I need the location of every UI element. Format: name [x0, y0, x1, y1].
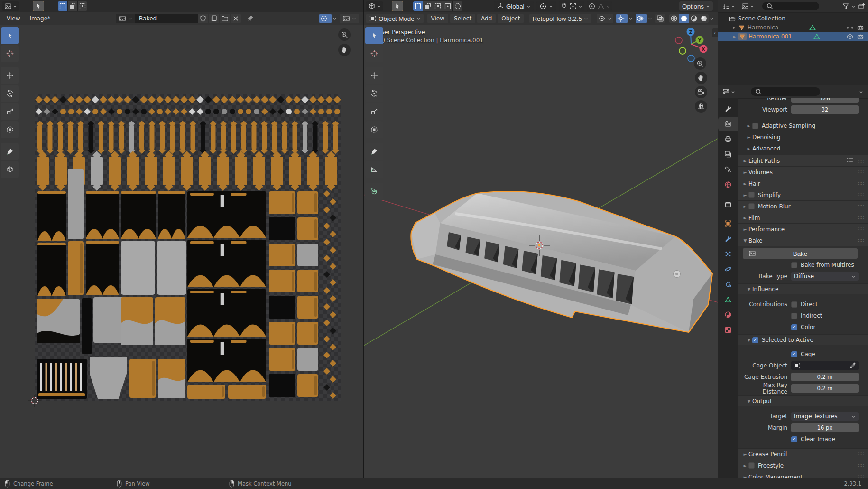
- panel-freestyle[interactable]: ►Freestyle∷∷: [738, 460, 868, 471]
- pivot-point-dropdown[interactable]: [536, 1, 556, 11]
- tab-particles[interactable]: [718, 247, 738, 261]
- unlink-image-button[interactable]: [231, 14, 241, 23]
- mode-dropdown[interactable]: Object Mode: [366, 14, 424, 23]
- panel-volumes[interactable]: ►Volumes∷∷: [738, 166, 868, 178]
- panel-motion-blur[interactable]: ►Motion Blur∷∷: [738, 200, 868, 212]
- panel-simplify[interactable]: ►Simplify∷∷: [738, 189, 868, 200]
- viewport-active-tool-button[interactable]: [392, 1, 403, 11]
- panel-film[interactable]: ►Film∷∷: [738, 212, 868, 223]
- direct-checkbox[interactable]: [791, 301, 797, 308]
- overlays-toggle[interactable]: [636, 14, 647, 23]
- select-mode-new-button[interactable]: [58, 1, 67, 11]
- tab-modifiers[interactable]: [718, 232, 738, 246]
- tab-scene[interactable]: [718, 162, 738, 177]
- snap-magnet-icon[interactable]: [560, 2, 568, 10]
- pivot-point-button[interactable]: [319, 14, 332, 23]
- chevron-down-icon[interactable]: [628, 17, 633, 21]
- select-mode-intersect-button[interactable]: [453, 1, 462, 11]
- tab-render[interactable]: [718, 117, 738, 131]
- clear-image-checkbox[interactable]: [791, 436, 797, 442]
- tool-cursor-button[interactable]: [1, 45, 19, 62]
- chevron-down-icon[interactable]: [710, 17, 714, 21]
- panel-hair[interactable]: ►Hair∷∷: [738, 178, 868, 189]
- properties-search-input[interactable]: [751, 87, 820, 96]
- outliner-editor-type-button[interactable]: [720, 1, 737, 11]
- harmonica-object[interactable]: [411, 191, 712, 332]
- cage-object-field[interactable]: [791, 361, 859, 370]
- tool-transform-button[interactable]: [1, 121, 19, 138]
- select-mode-subtract-button[interactable]: [433, 1, 443, 11]
- color-checkbox[interactable]: [791, 324, 797, 330]
- bake-button[interactable]: Bake: [743, 248, 858, 259]
- tool-tweak-button[interactable]: [1, 27, 19, 44]
- tool-move-button[interactable]: [365, 67, 383, 84]
- tab-constraints[interactable]: [718, 277, 738, 292]
- image-active-tool-button[interactable]: [33, 1, 44, 11]
- tab-output[interactable]: [718, 132, 738, 146]
- output-subpanel-header[interactable]: ▼Output: [738, 395, 868, 406]
- fake-user-button[interactable]: [198, 14, 208, 23]
- tab-object-data[interactable]: [718, 292, 738, 307]
- panel-bake[interactable]: ▼Bake∷∷: [738, 235, 868, 246]
- outliner-filter-type-button[interactable]: [739, 1, 756, 11]
- tab-object[interactable]: [718, 216, 738, 231]
- tool-cursor-button[interactable]: [365, 45, 383, 62]
- sidebar-collapse-arrow[interactable]: ‹: [712, 28, 718, 37]
- menu-view[interactable]: View: [3, 14, 24, 23]
- tool-scale-button[interactable]: [365, 103, 383, 120]
- render-camera-icon[interactable]: [857, 24, 864, 31]
- new-collection-icon[interactable]: [858, 2, 865, 10]
- render-camera-icon[interactable]: [857, 33, 864, 40]
- selected-to-active-subpanel-header[interactable]: ▼ Selected to Active: [738, 334, 868, 345]
- eyedropper-icon[interactable]: [849, 362, 857, 369]
- cage-extrusion-field[interactable]: 0.2 m: [791, 373, 859, 381]
- 2d-cursor[interactable]: [28, 394, 41, 407]
- hide-eye-open-icon[interactable]: [846, 33, 854, 40]
- gizmos-toggle[interactable]: [616, 14, 628, 23]
- max-ray-distance-field[interactable]: 0.2 m: [791, 384, 859, 393]
- viewport-pan-button[interactable]: [695, 72, 707, 84]
- shading-rendered-button[interactable]: [699, 14, 709, 23]
- panel-performance[interactable]: ►Performance∷∷: [738, 223, 868, 235]
- select-mode-new-button[interactable]: [413, 1, 423, 11]
- chevron-down-icon[interactable]: [606, 4, 610, 9]
- tab-collection[interactable]: [718, 197, 738, 211]
- tool-sample-button[interactable]: [1, 161, 19, 178]
- tab-world[interactable]: [718, 178, 738, 192]
- panel-color-management[interactable]: ►Color Management∷∷: [738, 471, 868, 478]
- motion-blur-checkbox[interactable]: [748, 203, 755, 209]
- presets-icon[interactable]: [846, 156, 854, 164]
- tool-rotate-button[interactable]: [1, 85, 19, 102]
- tool-move-button[interactable]: [1, 67, 19, 84]
- visibility-dropdown[interactable]: [597, 14, 613, 23]
- options-dropdown[interactable]: Options: [679, 1, 713, 11]
- tool-add-cube-button[interactable]: [365, 183, 383, 200]
- tool-transform-button[interactable]: [365, 121, 383, 138]
- menu-object[interactable]: Object: [498, 14, 524, 23]
- hide-eye-closed-icon[interactable]: [846, 24, 854, 31]
- xray-toggle[interactable]: [655, 14, 665, 23]
- chevron-down-icon[interactable]: [332, 17, 337, 21]
- freestyle-checkbox[interactable]: [748, 462, 755, 469]
- tool-tweak-button[interactable]: [365, 27, 383, 44]
- render-samples-field[interactable]: 128: [791, 98, 859, 103]
- tab-material[interactable]: [718, 308, 738, 322]
- chevron-down-icon[interactable]: [859, 90, 863, 94]
- chevron-down-icon[interactable]: [648, 17, 652, 21]
- tool-scale-button[interactable]: [1, 103, 19, 120]
- pin-icon[interactable]: [247, 15, 254, 22]
- panel-light-paths[interactable]: ►Light Paths ∷∷: [738, 155, 868, 166]
- cage-checkbox[interactable]: [791, 351, 797, 357]
- image-zoom-button[interactable]: [338, 28, 351, 41]
- image-pan-button[interactable]: [338, 44, 351, 56]
- expand-arrow-icon[interactable]: ►: [731, 34, 738, 39]
- target-dropdown[interactable]: Image Textures: [791, 412, 859, 421]
- viewport-zoom-button[interactable]: [694, 57, 706, 70]
- display-channels-button[interactable]: [340, 14, 359, 23]
- tool-measure-button[interactable]: [365, 161, 383, 178]
- browse-image-button[interactable]: [116, 14, 135, 23]
- transform-orientation-dropdown[interactable]: Global: [494, 1, 534, 11]
- filter-funnel-icon[interactable]: [842, 2, 850, 10]
- viewport-ortho-button[interactable]: [695, 100, 707, 113]
- outliner-row-harmonica-001[interactable]: ► Harmonica.001: [718, 32, 868, 41]
